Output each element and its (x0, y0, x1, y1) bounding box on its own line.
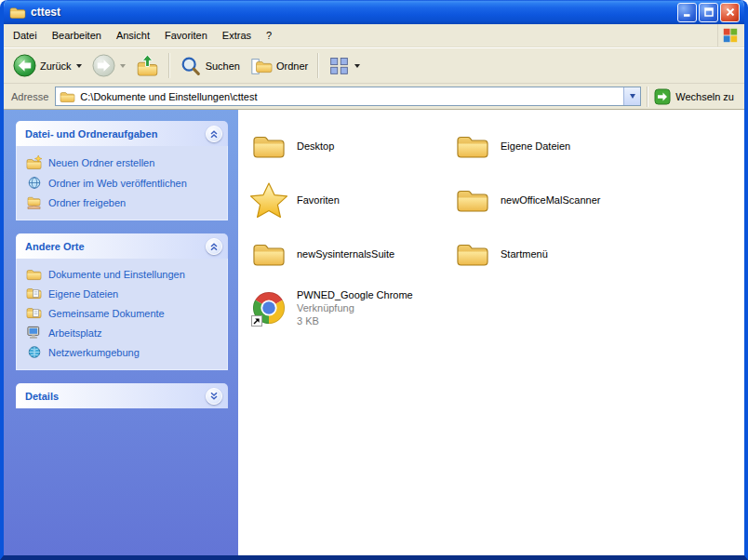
sidebar-item-label: Arbeitsplatz (48, 327, 101, 339)
sidebar-item-network[interactable]: Netzwerkumgebung (26, 342, 221, 362)
toolbar-separator (317, 53, 319, 78)
sidebar-item-label: Dokumente und Einstellungen (48, 269, 185, 280)
back-button[interactable]: Zurück (8, 51, 87, 80)
share-folder-icon (26, 195, 42, 209)
minimize-icon (682, 7, 693, 18)
shared-documents-icon (26, 306, 42, 320)
panel-other-places-header[interactable]: Andere Orte (16, 233, 228, 259)
address-path[interactable]: C:\Dokumente und Einstellungen\cttest (75, 91, 623, 102)
expand-button[interactable] (206, 388, 222, 405)
folders-pane-icon (250, 55, 273, 77)
file-tile-newofficemalscanner[interactable]: newOfficeMalScanner (453, 173, 657, 227)
window-folder-icon (9, 6, 26, 20)
toolbar-separator (168, 53, 170, 78)
shortcut-arrow-icon (251, 315, 262, 327)
menu-favoriten[interactable]: Favoriten (157, 26, 215, 45)
file-label: newSysinternalsSuite (297, 248, 394, 260)
back-dropdown-caret[interactable] (76, 64, 82, 68)
chevron-down-icon (208, 391, 220, 402)
search-label: Suchen (206, 60, 240, 72)
close-icon (725, 7, 736, 18)
folder-icon (249, 240, 288, 268)
dropdown-arrow-icon (630, 94, 635, 99)
file-list: Desktop Eigene Dateien Favoriten newOffi… (238, 110, 744, 555)
menu-hilfe[interactable]: ? (259, 26, 279, 45)
maximize-icon (703, 7, 715, 18)
chevron-up-icon (208, 128, 220, 140)
sidebar-item-label: Netzwerkumgebung (48, 347, 140, 358)
file-type-text: Verknüpfung (297, 301, 413, 314)
file-label: Startmenü (501, 248, 548, 260)
sidebar-item-share-folder[interactable]: Ordner freigeben (26, 193, 221, 212)
close-button[interactable] (720, 3, 740, 22)
file-size-text: 3 KB (297, 314, 413, 327)
address-folder-icon (60, 90, 75, 103)
menu-datei[interactable]: Datei (6, 26, 45, 45)
file-label: Favoriten (297, 194, 340, 206)
panel-file-tasks-header[interactable]: Datei- und Ordneraufgaben (16, 121, 228, 146)
folders-button[interactable]: Ordner (246, 52, 313, 80)
titlebar[interactable]: cttest (4, 0, 744, 24)
address-input[interactable]: C:\Dokumente und Einstellungen\cttest (55, 87, 641, 106)
go-arrow-icon (654, 88, 671, 105)
folder-icon (453, 240, 492, 268)
window-title: cttest (31, 6, 677, 19)
panel-title: Details (25, 391, 59, 402)
forward-button (87, 51, 130, 80)
collapse-button[interactable] (206, 238, 222, 255)
panel-file-tasks: Datei- und Ordneraufgaben Neuen Ordner e… (16, 121, 228, 220)
publish-web-icon (26, 176, 42, 190)
address-dropdown-button[interactable] (623, 87, 640, 105)
menu-extras[interactable]: Extras (215, 26, 259, 45)
sidebar-item-publish-web[interactable]: Ordner im Web veröffentlichen (26, 173, 221, 193)
file-tile-desktop[interactable]: Desktop (249, 119, 453, 173)
file-tile-newsysinternalssuite[interactable]: newSysinternalsSuite (249, 227, 453, 281)
file-label: Eigene Dateien (501, 140, 570, 152)
views-button[interactable] (324, 52, 365, 79)
sidebar-item-my-computer[interactable]: Arbeitsplatz (26, 323, 221, 342)
sidebar-item-docs-settings[interactable]: Dokumente und Einstellungen (26, 265, 221, 284)
menu-bearbeiten[interactable]: Bearbeiten (45, 26, 109, 45)
minimize-button[interactable] (677, 3, 697, 22)
panel-details-header[interactable]: Details (16, 383, 228, 408)
forward-icon (92, 54, 115, 77)
panel-other-places: Andere Orte Dokumente und Einstellungen … (16, 233, 228, 370)
file-tile-startmenu[interactable]: Startmenü (453, 227, 657, 281)
sidebar-item-label: Ordner im Web veröffentlichen (48, 178, 187, 189)
views-dropdown-caret[interactable] (354, 64, 360, 68)
sidebar-item-shared-documents[interactable]: Gemeinsame Dokumente (26, 303, 221, 323)
file-tile-favoriten[interactable]: Favoriten (249, 173, 453, 227)
chevron-up-icon (208, 241, 220, 252)
sidebar-item-label: Eigene Dateien (48, 288, 118, 300)
menu-ansicht[interactable]: Ansicht (109, 26, 157, 45)
file-label: newOfficeMalScanner (501, 194, 600, 206)
file-tile-eigene-dateien[interactable]: Eigene Dateien (453, 119, 657, 173)
up-button[interactable] (131, 51, 164, 80)
menu-bar: Datei Bearbeiten Ansicht Favoriten Extra… (4, 24, 744, 47)
network-icon (26, 345, 42, 359)
file-grid: Desktop Eigene Dateien Favoriten newOffi… (249, 119, 744, 335)
panel-title: Andere Orte (25, 241, 85, 252)
address-bar: Adresse C:\Dokumente und Einstellungen\c… (4, 84, 744, 110)
back-label: Zurück (40, 60, 72, 72)
window-controls (677, 3, 740, 22)
go-button[interactable]: Wechseln zu (648, 87, 741, 107)
folder-icon (249, 132, 288, 160)
folder-icon (453, 132, 492, 160)
sidebar-item-label: Neuen Ordner erstellen (48, 157, 154, 168)
task-pane: Datei- und Ordneraufgaben Neuen Ordner e… (4, 110, 238, 555)
sidebar-item-my-documents[interactable]: Eigene Dateien (26, 284, 221, 303)
sidebar-item-label: Ordner freigeben (48, 197, 126, 208)
collapse-button[interactable] (206, 126, 222, 142)
maximize-button[interactable] (699, 3, 718, 22)
file-tile-chrome-shortcut[interactable]: PWNED_Google Chrome Verknüpfung 3 KB (249, 281, 453, 335)
file-label: PWNED_Google Chrome (297, 288, 413, 301)
my-computer-icon (26, 326, 42, 340)
sidebar-item-new-folder[interactable]: Neuen Ordner erstellen (26, 153, 221, 173)
panel-title: Datei- und Ordneraufgaben (25, 128, 157, 140)
search-button[interactable]: Suchen (175, 52, 245, 80)
sidebar-item-label: Gemeinsame Dokumente (48, 308, 165, 319)
panel-details: Details (16, 383, 228, 408)
toolbar: Zurück Suchen Ordner (4, 47, 744, 84)
file-label: Desktop (297, 140, 334, 152)
